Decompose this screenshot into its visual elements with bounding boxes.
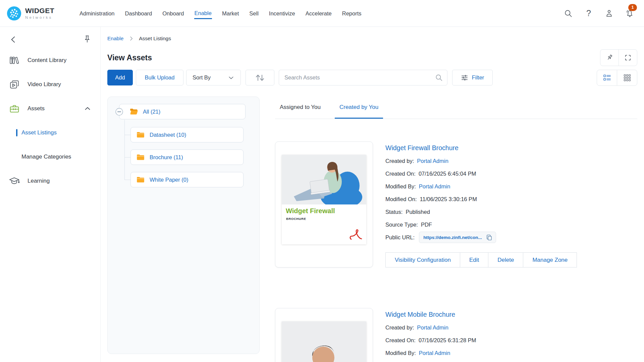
filter-sliders-icon: [461, 74, 468, 81]
tab-assigned-to-you[interactable]: Assigned to You: [275, 97, 325, 119]
nav-item-market[interactable]: Market: [222, 8, 239, 18]
nav-item-dashboard[interactable]: Dashboard: [125, 8, 153, 18]
created-by-user-link[interactable]: Portal Admin: [417, 324, 448, 331]
notifications-bell-icon[interactable]: 1: [625, 8, 635, 18]
nav-item-administration[interactable]: Administration: [79, 8, 115, 18]
user-account-icon[interactable]: [604, 8, 614, 18]
asset-title-link[interactable]: Widget Firewall Brochure: [385, 141, 637, 155]
asset-thumbnail-card[interactable]: [275, 308, 373, 362]
copy-url-icon[interactable]: [486, 234, 493, 241]
pin-page-button[interactable]: [600, 49, 619, 66]
sidebar-item-assets[interactable]: Assets: [0, 97, 100, 121]
tree-node-all[interactable]: All (21): [119, 104, 246, 119]
sidebar-item-content-library[interactable]: Content Library: [0, 48, 100, 72]
collapse-minus-icon[interactable]: [115, 108, 123, 116]
sort-by-label: Sort By: [193, 74, 211, 81]
modified-by-user-link[interactable]: Portal Admin: [419, 183, 450, 190]
nav-item-enable[interactable]: Enable: [194, 8, 212, 19]
meta-public-url: Public URL: https://demo.zinfi.net/con..…: [385, 231, 637, 244]
brochure-cover-photo: [282, 155, 366, 204]
breadcrumb-current: Asset Listings: [139, 36, 171, 42]
manage-zone-button[interactable]: Manage Zone: [523, 253, 577, 267]
sidebar-item-asset-listings[interactable]: Asset Listings: [0, 121, 100, 145]
add-button[interactable]: Add: [107, 70, 133, 85]
briefcase-icon: [9, 104, 20, 113]
nav-item-onboard[interactable]: Onboard: [162, 8, 184, 18]
sidebar-collapse-back-icon[interactable]: [9, 35, 18, 44]
public-url-text[interactable]: https://demo.zinfi.net/con...: [423, 235, 482, 240]
folder-icon: [136, 131, 145, 138]
created-by-user-link[interactable]: Portal Admin: [417, 158, 448, 164]
bulk-upload-button[interactable]: Bulk Upload: [136, 70, 183, 85]
brand-name-top: WIDGET: [25, 7, 54, 14]
modified-by-user-link[interactable]: Portal Admin: [419, 350, 450, 356]
category-tree-panel: All (21) Datasheet (10) Brochure (11): [107, 97, 260, 354]
nav-item-reports[interactable]: Reports: [342, 8, 362, 18]
asset-action-bar: Visibility Configuration Edit Delete Man…: [385, 252, 577, 267]
nav-item-sell[interactable]: Sell: [249, 8, 259, 18]
breadcrumb: Enable Asset Listings: [107, 35, 637, 42]
nav-item-incentivize[interactable]: Incentivize: [269, 8, 296, 18]
help-icon[interactable]: ?: [584, 8, 594, 18]
list-view-toggle[interactable]: [597, 70, 617, 86]
sidebar: Content Library Video Library Assets: [0, 27, 101, 362]
chevron-up-icon[interactable]: [84, 105, 91, 112]
graduation-cap-icon: [9, 176, 20, 186]
delete-button[interactable]: Delete: [488, 253, 523, 267]
page-title: View Assets: [107, 53, 152, 62]
sort-direction-button[interactable]: [246, 70, 274, 85]
nav-item-accelerate[interactable]: Accelerate: [305, 8, 332, 18]
breadcrumb-enable-link[interactable]: Enable: [107, 36, 123, 42]
brochure-cover-photo: [282, 321, 366, 362]
filter-button[interactable]: Filter: [452, 70, 493, 85]
meta-modified-by: Modified By: Portal Admin: [385, 180, 637, 193]
grid-view-toggle[interactable]: [617, 70, 637, 86]
pdf-logo-icon: [349, 229, 363, 240]
thumbnail-subtitle: BROCHURE: [286, 217, 306, 221]
widget-networks-logo-icon: [7, 6, 21, 21]
tab-created-by-you[interactable]: Created by You: [335, 97, 383, 119]
asset-thumbnail-card[interactable]: Widget Firewall BROCHURE: [275, 141, 373, 267]
filter-label: Filter: [472, 74, 484, 81]
tree-node-white-paper[interactable]: White Paper (0): [130, 172, 244, 187]
chevron-down-icon: [228, 74, 234, 81]
asset-row-widget-firewall: Widget Firewall BROCHURE Widget Firewall…: [275, 141, 637, 267]
sort-by-dropdown[interactable]: Sort By: [186, 70, 241, 85]
chevron-right-icon: [128, 36, 134, 41]
meta-modified-on: Modified On: 11/06/2025 3:30:16 PM: [385, 193, 637, 205]
meta-created-by: Created by: Portal Admin: [385, 155, 637, 167]
list-view-icon: [603, 74, 611, 82]
top-nav-bar: WIDGET Networks Administration Dashboard…: [0, 0, 644, 27]
sidebar-pin-icon[interactable]: [83, 35, 91, 44]
asset-row-widget-mobile: Widget Mobile Brochure Created by: Porta…: [275, 308, 637, 362]
fullscreen-expand-button[interactable]: [619, 49, 637, 66]
active-indicator-bar: [16, 129, 17, 136]
brand-logo[interactable]: WIDGET Networks: [7, 6, 72, 21]
sidebar-item-label: Manage Categories: [21, 154, 71, 160]
sidebar-item-label: Learning: [28, 178, 50, 184]
tree-node-label: Datasheet (10): [150, 132, 186, 138]
sort-arrows-icon: [254, 73, 266, 82]
notification-count-badge: 1: [628, 4, 637, 11]
visibility-configuration-button[interactable]: Visibility Configuration: [386, 253, 460, 267]
tree-node-brochure[interactable]: Brochure (11): [130, 149, 244, 165]
search-icon[interactable]: [563, 8, 573, 18]
sidebar-item-learning[interactable]: Learning: [0, 169, 100, 193]
search-submit-icon[interactable]: [435, 73, 443, 82]
sidebar-item-video-library[interactable]: Video Library: [0, 72, 100, 97]
sidebar-item-manage-categories[interactable]: Manage Categories: [0, 145, 100, 169]
edit-button[interactable]: Edit: [460, 253, 488, 267]
tree-node-label: White Paper (0): [150, 177, 189, 183]
tree-node-datasheet[interactable]: Datasheet (10): [130, 127, 244, 142]
pushpin-icon: [604, 53, 615, 63]
meta-status: Status: Published: [385, 205, 637, 218]
main-content: Enable Asset Listings View Assets: [101, 27, 644, 362]
asset-title-link[interactable]: Widget Mobile Brochure: [385, 308, 637, 321]
folder-open-icon: [129, 108, 138, 115]
search-assets-input[interactable]: [279, 70, 447, 85]
public-url-pill: https://demo.zinfi.net/con...: [419, 232, 496, 243]
folder-icon: [136, 176, 145, 183]
books-icon: [9, 56, 20, 65]
video-icon: [9, 80, 20, 89]
tree-node-label: All (21): [143, 109, 160, 115]
